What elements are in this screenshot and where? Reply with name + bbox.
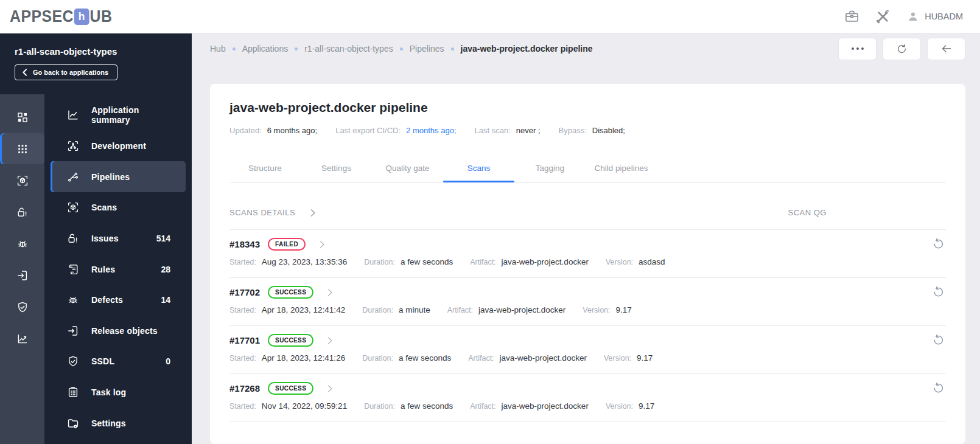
- scan-cube-icon[interactable]: [0, 165, 44, 196]
- scan-version: 9.17: [639, 401, 654, 411]
- sidebar-icon-rail: [0, 94, 44, 444]
- breadcrumb: Hub Applications r1-all-scan-object-type…: [210, 44, 593, 54]
- dashboard-icon[interactable]: [0, 102, 44, 133]
- apps-grid-icon[interactable]: [0, 133, 44, 164]
- user-menu[interactable]: HUBADM: [906, 10, 963, 23]
- refresh-button[interactable]: [883, 38, 921, 60]
- breadcrumb-dot: [451, 47, 454, 50]
- sidebar-item-defects[interactable]: Defects 14: [51, 285, 186, 316]
- rerun-scan-icon[interactable]: [932, 334, 945, 347]
- breadcrumb-applications[interactable]: Applications: [242, 44, 289, 54]
- rerun-scan-icon[interactable]: [932, 382, 945, 395]
- scan-status-badge: SUCCESS: [268, 382, 313, 395]
- sidebar-item-development[interactable]: Development: [51, 131, 186, 162]
- next-row-divider: [229, 421, 946, 436]
- refresh-icon: [896, 43, 908, 55]
- tab-tagging[interactable]: Tagging: [514, 156, 586, 182]
- tab-settings[interactable]: Settings: [301, 156, 372, 182]
- briefcase-icon[interactable]: [844, 9, 859, 24]
- last-scan-value: never ;: [516, 126, 541, 135]
- scan-duration: a few seconds: [401, 401, 453, 411]
- scan-artifact-link[interactable]: java-web-project.docker: [478, 305, 565, 314]
- release-box-icon: [67, 325, 79, 337]
- pipeline-card: java-web-project.docker pipeline Updated…: [210, 84, 965, 444]
- scan-started: Nov 14, 2022, 09:59:21: [262, 401, 347, 411]
- tab-structure[interactable]: Structure: [229, 156, 301, 182]
- more-options-button[interactable]: [838, 38, 877, 60]
- scan-duration: a few seconds: [399, 353, 451, 362]
- go-back-to-applications-button[interactable]: Go back to applications: [15, 64, 117, 80]
- scan-id[interactable]: #17268: [229, 383, 260, 394]
- chevron-right-icon[interactable]: [326, 336, 334, 345]
- scan-id[interactable]: #17701: [229, 335, 260, 345]
- sidebar-item-issues[interactable]: Issues 514: [51, 223, 186, 254]
- sidebar-item-rules[interactable]: Rules 28: [51, 254, 186, 285]
- ssdl-count-badge: 0: [166, 356, 170, 366]
- scan-artifact-link[interactable]: java-web-project.docker: [502, 257, 589, 266]
- lock-icon: [67, 232, 79, 245]
- chart-line-icon: [67, 109, 79, 121]
- appsechub-logo: APPSEChUB: [10, 7, 112, 26]
- breadcrumb-hub[interactable]: Hub: [210, 44, 226, 54]
- shield-check-icon[interactable]: [0, 291, 44, 322]
- logo-suffix: UB: [90, 7, 113, 26]
- rerun-scan-icon[interactable]: [932, 286, 945, 299]
- scan-started: Apr 18, 2023, 12:41:26: [262, 353, 345, 362]
- chevron-right-icon[interactable]: [326, 288, 334, 297]
- breadcrumb-dot: [233, 47, 236, 50]
- back-button[interactable]: [927, 38, 965, 60]
- scan-row: #17701 SUCCESS Started:Apr 18, 2023, 12:…: [229, 325, 946, 373]
- scan-id[interactable]: #18343: [229, 239, 260, 249]
- folder-settings-icon: [67, 417, 79, 429]
- last-export-value[interactable]: 2 months ago;: [406, 126, 456, 135]
- rerun-scan-icon[interactable]: [932, 238, 945, 251]
- sidebar-item-pipelines[interactable]: Pipelines: [51, 161, 186, 192]
- sidebar-item-task-log[interactable]: Task log: [51, 377, 186, 408]
- tab-child-pipelines[interactable]: Child pipelines: [586, 156, 657, 182]
- sidebar-item-ssdl[interactable]: SSDL 0: [51, 346, 186, 377]
- issues-count-badge: 514: [156, 234, 170, 243]
- sidebar-menu: Application summary Development: [44, 94, 192, 444]
- user-icon: [906, 10, 920, 23]
- sidebar-item-release-objects[interactable]: Release objects: [51, 315, 186, 346]
- bug-icon[interactable]: [0, 228, 44, 259]
- tab-scans[interactable]: Scans: [443, 156, 514, 182]
- chevron-right-icon[interactable]: [326, 384, 334, 393]
- last-export-label: Last export CI/CD:: [335, 126, 401, 135]
- breadcrumb-application[interactable]: r1-all-scan-object-types: [304, 44, 393, 54]
- chart-icon[interactable]: [0, 323, 44, 354]
- logo-h-icon: h: [74, 9, 89, 25]
- scan-artifact-link[interactable]: java-web-project.docker: [502, 401, 589, 411]
- more-options-icon: [852, 47, 864, 50]
- task-log-icon: [67, 386, 79, 398]
- application-name: r1-all-scan-object-types: [15, 46, 177, 57]
- lock-icon[interactable]: [0, 196, 44, 227]
- tab-quality-gate[interactable]: Quality gate: [372, 156, 443, 182]
- shield-check-icon: [67, 355, 79, 367]
- scan-started: Apr 18, 2023, 12:41:42: [262, 305, 345, 314]
- sidebar-item-scans[interactable]: Scans: [51, 192, 186, 223]
- sidebar-item-application-summary[interactable]: Application summary: [51, 100, 186, 131]
- rules-count-badge: 28: [161, 265, 170, 274]
- sidebar-item-settings[interactable]: Settings: [51, 408, 186, 439]
- page-title: java-web-project.docker pipeline: [229, 100, 946, 115]
- breadcrumb-current: java-web-project.docker pipeline: [461, 44, 593, 54]
- scan-id[interactable]: #17702: [229, 287, 260, 297]
- scan-qg-column-header: SCAN QG: [788, 208, 827, 217]
- chevron-right-icon[interactable]: [318, 240, 326, 249]
- chevron-right-icon[interactable]: [309, 209, 317, 217]
- back-arrow-icon: [940, 43, 953, 55]
- scan-artifact-link[interactable]: java-web-project.docker: [500, 353, 587, 362]
- pipeline-tabs: Structure Settings Quality gate Scans Ta…: [229, 156, 946, 182]
- scan-duration: a few seconds: [401, 257, 453, 266]
- release-box-icon[interactable]: [0, 260, 44, 291]
- sidebar: r1-all-scan-object-types Go back to appl…: [0, 33, 192, 444]
- scan-row: #18343 FAILED Started:Aug 23, 2023, 13:3…: [229, 229, 946, 277]
- scan-row: #17702 SUCCESS Started:Apr 18, 2023, 12:…: [229, 277, 946, 325]
- breadcrumb-pipelines[interactable]: Pipelines: [410, 44, 444, 54]
- scan-status-badge: FAILED: [268, 238, 306, 251]
- updated-value: 6 months ago;: [267, 126, 317, 135]
- tools-icon[interactable]: [875, 9, 891, 24]
- bypass-value: Disabled;: [592, 126, 625, 135]
- branch-icon: [67, 140, 79, 152]
